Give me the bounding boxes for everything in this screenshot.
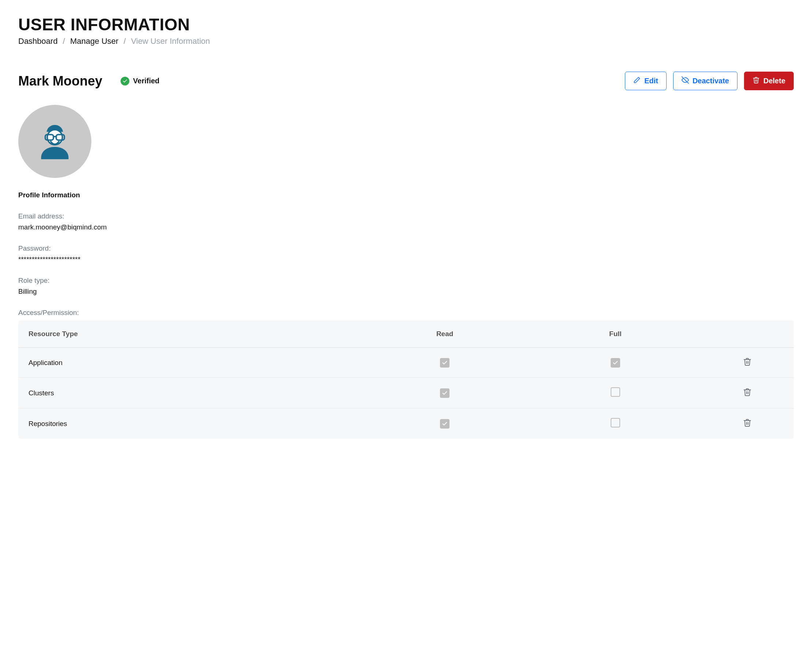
checkbox-checked-icon[interactable] [611,358,620,368]
checkbox-unchecked-icon[interactable] [611,387,620,397]
user-name: Mark Mooney [18,73,102,89]
breadcrumb-separator: / [63,37,65,46]
check-circle-icon [121,77,129,86]
table-row: Application [18,348,794,378]
permission-delete-cell [700,378,794,408]
breadcrumb-link-manage-user[interactable]: Manage User [70,37,118,46]
table-row: Repositories [18,408,794,439]
permission-delete-cell [700,408,794,439]
permissions-table: Resource Type Read Full ApplicationClust… [18,321,794,439]
checkbox-checked-icon[interactable] [440,388,450,398]
deactivate-button[interactable]: Deactivate [673,72,737,90]
delete-row-button[interactable] [743,388,752,396]
permission-full-cell [530,348,701,378]
permission-read-cell [359,408,530,439]
breadcrumb: Dashboard / Manage User / View User Info… [18,37,794,46]
email-label: Email address: [18,212,794,220]
permission-delete-cell [700,348,794,378]
checkbox-unchecked-icon[interactable] [611,418,620,428]
access-label: Access/Permission: [18,309,794,317]
edit-button[interactable]: Edit [625,72,667,90]
permission-resource: Clusters [18,378,359,408]
checkbox-checked-icon[interactable] [440,358,450,368]
permission-read-cell [359,378,530,408]
avatar-icon [33,119,77,164]
permissions-header-full: Full [530,321,701,348]
permission-resource: Application [18,348,359,378]
delete-row-button[interactable] [743,357,752,366]
permission-resource: Repositories [18,408,359,439]
permission-full-cell [530,378,701,408]
permission-full-cell [530,408,701,439]
password-label: Password: [18,244,794,252]
permission-read-cell [359,348,530,378]
profile-section-title: Profile Information [18,191,794,199]
delete-row-button[interactable] [743,418,752,427]
breadcrumb-separator: / [124,37,126,46]
breadcrumb-current: View User Information [131,37,210,46]
breadcrumb-link-dashboard[interactable]: Dashboard [18,37,58,46]
trash-icon [752,76,760,86]
role-label: Role type: [18,277,794,284]
eye-off-icon [682,76,689,86]
permissions-header-read: Read [359,321,530,348]
delete-button-label: Delete [763,77,785,85]
permissions-header-resource: Resource Type [18,321,359,348]
pencil-icon [633,76,641,86]
table-row: Clusters [18,378,794,408]
page-title: USER INFORMATION [18,15,794,34]
avatar [18,105,91,178]
verified-badge: Verified [121,77,159,86]
email-value: mark.mooney@biqmind.com [18,223,794,231]
deactivate-button-label: Deactivate [693,77,729,85]
password-value: *********************** [18,255,794,263]
delete-button[interactable]: Delete [744,72,794,90]
permissions-header-actions [700,321,794,348]
checkbox-checked-icon[interactable] [440,419,450,429]
verified-label: Verified [133,77,159,85]
edit-button-label: Edit [644,77,658,85]
role-value: Billing [18,287,794,296]
